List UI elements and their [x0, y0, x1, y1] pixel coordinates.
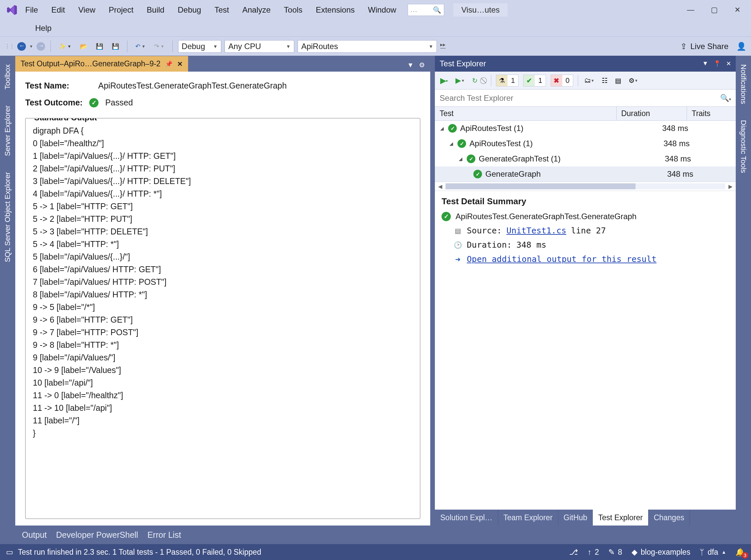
- group-by-button[interactable]: ☷: [600, 76, 609, 85]
- nav-forward-button[interactable]: [37, 42, 45, 51]
- source-file-link[interactable]: UnitTest1.cs: [507, 226, 567, 235]
- menu-view[interactable]: View: [76, 4, 98, 16]
- test-tree-row[interactable]: ◢GenerateGraphTest (1)348 ms: [435, 151, 736, 166]
- menu-test[interactable]: Test: [212, 4, 231, 16]
- branch-indicator[interactable]: ᛘdfa▲: [699, 548, 726, 557]
- menu-edit[interactable]: Edit: [50, 4, 67, 16]
- scroll-thumb[interactable]: [446, 183, 636, 189]
- test-tree-row[interactable]: ◢ApiRoutesTest (1)348 ms: [435, 121, 736, 136]
- panel-tab[interactable]: Changes: [649, 509, 690, 525]
- maximize-button[interactable]: ▢: [711, 6, 718, 14]
- live-share-button[interactable]: ⇪Live Share: [680, 42, 728, 51]
- close-tab-icon[interactable]: ✕: [177, 60, 183, 68]
- menu-help[interactable]: Help: [33, 22, 54, 34]
- menu-window[interactable]: Window: [366, 4, 398, 16]
- stop-button[interactable]: ⃠: [483, 76, 486, 85]
- menu-file[interactable]: File: [23, 4, 40, 16]
- panel-tab[interactable]: Test Explorer: [593, 509, 648, 525]
- git-pr-icon: ⎇: [569, 548, 578, 557]
- new-item-button[interactable]: ✨ ▼: [56, 41, 74, 52]
- menu-tools[interactable]: Tools: [282, 4, 304, 16]
- test-outcome-label: Test Outcome:: [25, 98, 83, 107]
- sql-server-object-explorer-tab[interactable]: SQL Server Object Explorer: [2, 168, 13, 266]
- layout-button[interactable]: ▤: [614, 76, 622, 85]
- minimize-button[interactable]: —: [687, 6, 694, 14]
- nav-back-button[interactable]: [17, 42, 26, 51]
- repeat-button[interactable]: ↻: [471, 76, 479, 85]
- toolbar-overflow[interactable]: ▸▸—: [440, 43, 446, 49]
- error-list-tab[interactable]: Error List: [147, 530, 181, 540]
- panel-tab[interactable]: GitHub: [558, 509, 593, 525]
- window-position-icon[interactable]: ▼: [702, 60, 708, 67]
- pull-request-indicator[interactable]: ⎇: [569, 548, 578, 557]
- scroll-left-arrow[interactable]: ◀: [438, 183, 442, 189]
- pin-icon[interactable]: 📌: [165, 60, 173, 68]
- pending-changes[interactable]: ✎8: [608, 548, 622, 557]
- settings-button[interactable]: ⚙ ▼: [627, 76, 639, 85]
- diagnostic-tools-tab[interactable]: Diagnostic Tools: [738, 116, 749, 177]
- menu-debug[interactable]: Debug: [176, 4, 203, 16]
- pin-icon[interactable]: 📍: [713, 60, 721, 67]
- expand-caret-icon[interactable]: ◢: [448, 141, 454, 146]
- detail-test-name: ApiRoutesTest.GenerateGraphTest.Generate…: [455, 212, 636, 221]
- total-tests-counter[interactable]: ⚗1: [496, 75, 518, 86]
- document-area: Test Output–ApiRo…GenerateGraph–9-2 📌 ✕ …: [15, 56, 736, 525]
- bottom-panel-tabs: Output Developer PowerShell Error List: [15, 525, 736, 544]
- menu-extensions[interactable]: Extensions: [314, 4, 357, 16]
- solution-platform-dropdown[interactable]: Any CPU▼: [224, 40, 294, 53]
- startup-project-dropdown[interactable]: ApiRoutes▼: [298, 40, 437, 53]
- close-button[interactable]: ✕: [734, 6, 740, 14]
- quick-launch-search[interactable]: ... 🔍: [408, 4, 444, 16]
- notifications-button[interactable]: 🔔3: [735, 548, 745, 557]
- menu-build[interactable]: Build: [145, 4, 166, 16]
- solution-config-dropdown[interactable]: Debug▼: [178, 40, 222, 53]
- scroll-right-arrow[interactable]: ▶: [728, 183, 732, 189]
- right-bottom-tabs: Solution Expl…Team ExplorerGitHubTest Ex…: [435, 509, 736, 525]
- failed-tests-counter[interactable]: ✖0: [551, 75, 573, 86]
- repo-icon: ◆: [632, 548, 637, 557]
- save-all-button[interactable]: 💾: [109, 41, 122, 52]
- test-tree-row[interactable]: GenerateGraph348 ms: [435, 166, 736, 182]
- close-panel-icon[interactable]: ✕: [726, 60, 731, 67]
- server-explorer-tab[interactable]: Server Explorer: [2, 101, 13, 160]
- tab-dropdown-icon[interactable]: ▼: [407, 61, 414, 69]
- search-icon: 🔍: [433, 6, 441, 14]
- test-tree-row[interactable]: ◢ApiRoutesTest (1)348 ms: [435, 136, 736, 151]
- expand-caret-icon[interactable]: ◢: [439, 126, 445, 131]
- open-output-link[interactable]: Open additional output for this result: [467, 254, 656, 264]
- column-duration[interactable]: Duration: [617, 107, 687, 120]
- fail-icon: ✖: [551, 75, 562, 86]
- test-result-icon: ▭: [6, 548, 13, 557]
- test-output-tab[interactable]: Test Output–ApiRo…GenerateGraph–9-2 📌 ✕: [15, 56, 188, 72]
- toolbar-grip[interactable]: ⋮⋮: [5, 43, 14, 49]
- share-icon: ⇪: [680, 42, 687, 51]
- open-file-button[interactable]: 📂: [77, 41, 90, 52]
- column-test[interactable]: Test: [435, 107, 616, 120]
- redo-button[interactable]: ↷ ▼: [152, 41, 167, 52]
- toolbox-tab[interactable]: Toolbox: [2, 60, 13, 94]
- test-explorer-search[interactable]: 🔍▾: [435, 89, 736, 107]
- run-button[interactable]: ▶ ▼: [454, 76, 466, 85]
- nav-back-dropdown[interactable]: ▼: [29, 44, 33, 49]
- feedback-icon[interactable]: 👤: [736, 42, 746, 51]
- undo-button[interactable]: ↶ ▼: [133, 41, 148, 52]
- repo-indicator[interactable]: ◆blog-examples: [632, 548, 691, 557]
- panel-tab[interactable]: Solution Expl…: [435, 509, 498, 525]
- notifications-tab[interactable]: Notifications: [738, 60, 749, 108]
- tab-settings-icon[interactable]: ⚙: [419, 61, 425, 69]
- playlist-button[interactable]: 🗂 ▼: [583, 76, 596, 85]
- search-input[interactable]: [439, 94, 720, 103]
- expand-caret-icon[interactable]: ◢: [457, 156, 463, 161]
- test-explorer-pane: Test Explorer ▼ 📍 ✕ ▶▸ ▶ ▼ ↻ ⃠ ⚗1 ✔1 ✖0: [433, 56, 736, 525]
- horizontal-scrollbar[interactable]: ◀ ▶: [435, 182, 736, 191]
- column-traits[interactable]: Traits: [687, 107, 736, 120]
- panel-tab[interactable]: Team Explorer: [498, 509, 558, 525]
- developer-powershell-tab[interactable]: Developer PowerShell: [56, 530, 138, 540]
- menu-analyze[interactable]: Analyze: [240, 4, 272, 16]
- run-all-button[interactable]: ▶▸: [439, 75, 450, 86]
- save-button[interactable]: 💾: [93, 41, 106, 52]
- menu-project[interactable]: Project: [107, 4, 136, 16]
- passed-tests-counter[interactable]: ✔1: [523, 75, 546, 86]
- output-tab[interactable]: Output: [22, 530, 47, 540]
- incoming-commits[interactable]: ↑2: [588, 548, 599, 557]
